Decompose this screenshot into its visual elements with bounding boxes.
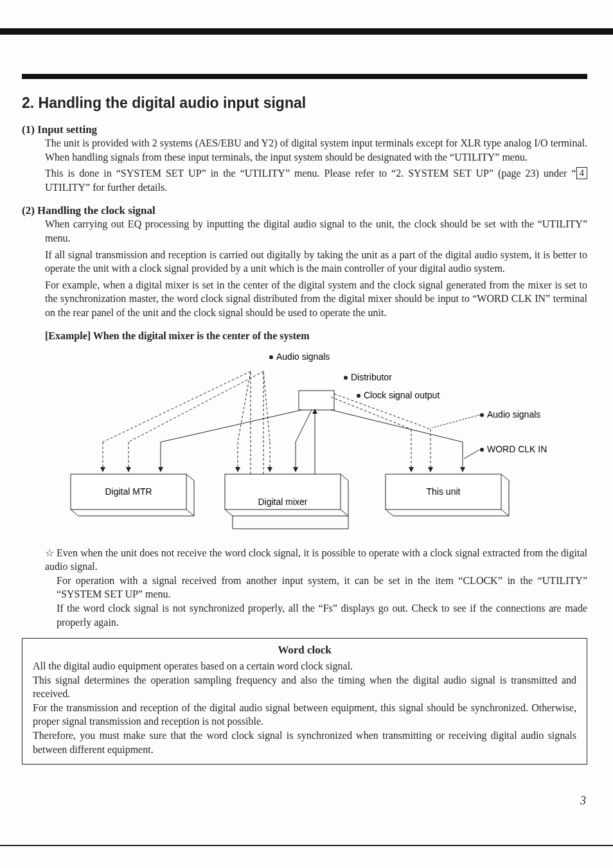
section-1-para-1: The unit is provided with 2 systems (AES… [45, 136, 587, 164]
section-2-para-3: For example, when a digital mixer is set… [45, 278, 587, 320]
digital-mtr-label: Digital MTR [105, 486, 152, 497]
svg-line-48 [464, 450, 479, 459]
digital-mixer-box: Digital mixer [225, 474, 348, 529]
example-heading: [Example] When the digital mixer is the … [45, 330, 587, 342]
this-unit-label: This unit [427, 486, 461, 497]
distributor-box [299, 391, 334, 410]
audio-signals-label: Audio signals [276, 351, 330, 362]
word-clock-infobox: Word clock All the digital audio equipme… [22, 638, 587, 765]
svg-line-36 [331, 410, 463, 442]
svg-point-43 [344, 376, 348, 380]
section-1-p2-b: UTILITY” for further details. [45, 182, 167, 193]
star-note: ☆Even when the unit does not receive the… [45, 546, 587, 574]
infobox-p3: For the transmission and reception of th… [33, 701, 576, 729]
svg-line-16 [501, 474, 509, 481]
svg-line-27 [238, 371, 251, 442]
svg-line-1 [186, 474, 194, 481]
section-rule [22, 74, 587, 79]
svg-line-32 [161, 410, 302, 442]
digital-mixer-label: Digital mixer [258, 497, 307, 507]
page-title: 2. Handling the digital audio input sign… [22, 94, 587, 112]
svg-line-17 [501, 509, 509, 516]
infobox-p1: All the digital audio equipment operates… [33, 659, 576, 673]
svg-line-46 [432, 415, 479, 428]
section-1-p2-a: This is done in “SYSTEM SET UP” in the “… [45, 168, 576, 179]
word-clk-in-label: WORD CLK IN [487, 444, 547, 454]
star-icon: ☆ [45, 546, 57, 560]
section-2-para-1: When carrying out EQ processing by input… [45, 217, 587, 245]
section-2-para-2: If all signal transmission and reception… [45, 248, 587, 276]
svg-point-47 [480, 448, 484, 452]
signal-diagram: Digital MTR Digital mixer [45, 346, 559, 532]
scanned-page: 2. Handling the digital audio input sign… [0, 0, 613, 868]
clock-output-label: Clock signal output [364, 390, 440, 400]
section-1-heading: (1) Input setting [22, 123, 587, 136]
section-2-heading: (2) Handling the clock signal [22, 204, 587, 217]
infobox-p4: Therefore, you must make sure that the w… [33, 729, 576, 756]
diagram-wrap: Digital MTR Digital mixer [45, 346, 587, 535]
svg-line-19 [386, 509, 393, 516]
svg-line-29 [263, 371, 270, 442]
bottom-rule [0, 845, 613, 846]
svg-point-42 [269, 355, 273, 359]
note-p1: Even when the unit does not receive the … [45, 547, 587, 572]
svg-line-7 [341, 474, 348, 481]
digital-mtr-box: Digital MTR [71, 474, 194, 516]
svg-point-44 [357, 394, 360, 398]
svg-point-45 [480, 413, 484, 417]
svg-line-10 [225, 509, 233, 516]
infobox-title: Word clock [33, 644, 576, 657]
infobox-p2: This signal determines the operation sam… [33, 673, 576, 701]
distributor-label: Distributor [351, 372, 392, 382]
svg-line-2 [186, 509, 194, 516]
top-edge-rule [0, 28, 613, 35]
audio-signals2-label: Audio signals [487, 409, 540, 420]
note-p2: For operation with a signal received fro… [57, 574, 587, 601]
section-1-para-2: This is done in “SYSTEM SET UP” in the “… [45, 166, 587, 194]
svg-line-23 [103, 371, 251, 442]
content-frame: 2. Handling the digital audio input sign… [22, 74, 587, 844]
svg-line-34 [296, 410, 312, 442]
svg-line-24 [129, 371, 263, 442]
boxed-number-4: 4 [576, 167, 588, 179]
page-number: 3 [580, 794, 586, 808]
note-p3: If the word clock signal is not synchron… [57, 601, 587, 629]
svg-line-4 [71, 509, 78, 516]
this-unit-box: This unit [386, 474, 509, 516]
svg-line-8 [341, 509, 348, 516]
